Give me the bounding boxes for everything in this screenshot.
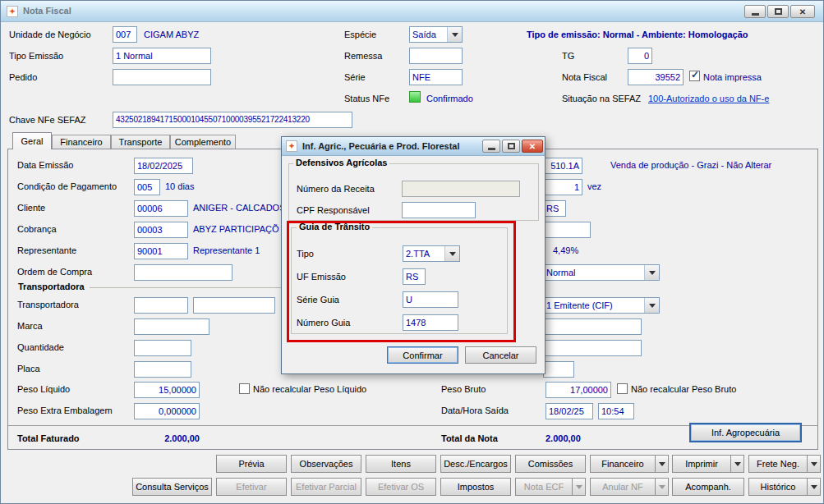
especie-select[interactable]: Saída: [409, 26, 463, 43]
tipo-emissao-field[interactable]: 1 Normal: [113, 48, 211, 64]
sefaz-link[interactable]: 100-Autorizado o uso da NF-e: [648, 94, 769, 103]
right-empty-field-3[interactable]: [543, 340, 642, 356]
nota-fiscal-field[interactable]: 39552: [628, 69, 684, 85]
frete-conta-select[interactable]: 1 Emitente (CIF): [543, 297, 660, 314]
impostos-button[interactable]: Impostos: [440, 478, 511, 496]
chevron-down-icon[interactable]: [730, 455, 744, 473]
acompanh-button[interactable]: Acompanh.: [672, 478, 744, 496]
itens-button[interactable]: Itens: [366, 455, 436, 473]
peso-extra-field[interactable]: 0,000000: [134, 403, 200, 419]
tab-geral[interactable]: Geral: [12, 132, 52, 149]
financeiro-button[interactable]: Financeiro: [590, 455, 656, 473]
anular-nf-button[interactable]: Anular NF: [590, 478, 656, 496]
total-nota-label: Total da Nota: [441, 433, 498, 443]
chevron-down-icon[interactable]: [655, 455, 669, 473]
chevron-down-icon[interactable]: [572, 478, 586, 496]
maximize-button[interactable]: [767, 5, 789, 18]
guia-uf-field[interactable]: RS: [403, 268, 426, 285]
condicao-pagamento-label: Condição de Pagamento: [17, 181, 117, 191]
close-button[interactable]: ✕: [790, 5, 815, 18]
ordem-compra-field[interactable]: [134, 264, 232, 281]
pedido-label: Pedido: [9, 72, 37, 82]
total-faturado-label: Total Faturado: [17, 433, 80, 443]
transportadora-desc-field[interactable]: [193, 297, 275, 314]
tab-financeiro[interactable]: Financeiro: [52, 135, 111, 149]
cpf-responsavel-label: CPF Responsável: [297, 205, 370, 215]
chevron-down-icon[interactable]: [444, 246, 459, 261]
dialog-minimize-button[interactable]: [482, 140, 500, 153]
efetivar-parcial-button[interactable]: Efetivar Parcial: [291, 478, 361, 496]
hora-saida-field[interactable]: 10:54: [598, 403, 634, 419]
peso-liquido-field[interactable]: 15,00000: [134, 382, 200, 398]
guia-tipo-select[interactable]: 2.TTA: [403, 245, 460, 262]
uf-field[interactable]: RS: [543, 200, 566, 217]
app-icon: ✦: [7, 6, 18, 17]
dialog-title-bar[interactable]: ✦ Inf. Agric., Pecuária e Prod. Floresta…: [282, 137, 545, 156]
cpf-responsavel-field[interactable]: [402, 202, 476, 218]
efetivar-button[interactable]: Efetivar: [216, 478, 287, 496]
cancelar-button[interactable]: Cancelar: [465, 346, 536, 364]
nota-ecf-button[interactable]: Nota ECF: [515, 478, 573, 496]
nao-recalcular-peso-liquido-checkbox[interactable]: [239, 383, 250, 394]
comissoes-button[interactable]: Comissões: [515, 455, 586, 473]
nota-ecf-split-button: Nota ECF: [515, 478, 586, 496]
chevron-down-icon[interactable]: [644, 265, 659, 280]
remessa-field[interactable]: [409, 48, 463, 64]
guia-serie-field[interactable]: U: [403, 291, 458, 308]
transportadora-code-field[interactable]: [134, 297, 188, 314]
right-empty-field-1[interactable]: [543, 222, 591, 238]
chave-nfe-field[interactable]: 4325021894171500010455071000039552172241…: [113, 112, 352, 128]
data-saida-field[interactable]: 18/02/25: [545, 403, 593, 419]
numero-receita-field[interactable]: [402, 181, 520, 197]
dialog-maximize-button[interactable]: [502, 140, 520, 153]
cliente-desc: ANIGER - CALCADOS: [193, 203, 285, 213]
anular-nf-split-button: Anular NF: [590, 478, 669, 496]
right-empty-field-2[interactable]: [543, 318, 642, 335]
close-icon: ✕: [799, 7, 806, 16]
chevron-down-icon[interactable]: [644, 298, 659, 313]
representante-label: Representante: [17, 245, 76, 255]
guia-numero-field[interactable]: 1478: [403, 314, 458, 331]
cliente-field[interactable]: 00006: [134, 200, 188, 217]
remessa-label: Remessa: [344, 51, 382, 61]
chevron-down-icon[interactable]: [807, 455, 821, 473]
previa-button[interactable]: Prévia: [216, 455, 287, 473]
serie-field[interactable]: NFE: [409, 69, 463, 85]
chevron-down-icon[interactable]: [807, 478, 821, 496]
peso-bruto-field[interactable]: 17,00000: [545, 382, 611, 398]
historico-button[interactable]: Histórico: [748, 478, 808, 496]
inf-agropecuaria-button[interactable]: Inf. Agropecuária: [689, 423, 802, 442]
imprimir-button[interactable]: Imprimir: [672, 455, 731, 473]
chevron-down-icon[interactable]: [447, 27, 462, 42]
frete-tipo-select[interactable]: Normal: [543, 264, 660, 281]
minimize-button[interactable]: [744, 5, 766, 18]
tab-transporte[interactable]: Transporte: [111, 135, 170, 149]
marca-field[interactable]: [134, 318, 209, 335]
frete-conta-value: 1 Emitente (CIF): [544, 298, 644, 313]
tg-field[interactable]: 0: [628, 48, 652, 64]
pedido-field[interactable]: [113, 69, 211, 85]
uf-placa-field[interactable]: [543, 361, 574, 378]
emissao-banner: Tipo de emissão: Normal - Ambiente: Homo…: [527, 30, 748, 39]
unidade-negocio-field[interactable]: 007: [113, 26, 137, 43]
efetivar-os-button[interactable]: Efetivar OS: [366, 478, 436, 496]
data-emissao-field[interactable]: 18/02/2025: [134, 158, 193, 174]
cobranca-field[interactable]: 00003: [134, 222, 188, 238]
confirmar-button[interactable]: Confirmar: [387, 346, 458, 364]
nota-impressa-checkbox[interactable]: [689, 71, 700, 81]
guia-tipo-label: Tipo: [297, 249, 314, 259]
quantidade-field[interactable]: [134, 340, 191, 356]
title-bar[interactable]: ✦ Nota Fiscal ✕: [1, 1, 823, 22]
observacoes-button[interactable]: Observações: [291, 455, 361, 473]
frete-neg-button[interactable]: Frete Neg.: [748, 455, 808, 473]
condicao-pagamento-field[interactable]: 005: [134, 179, 160, 195]
placa-field[interactable]: [134, 361, 191, 378]
consulta-servicos-button[interactable]: Consulta Serviços: [132, 478, 212, 496]
nao-recalcular-peso-bruto-checkbox[interactable]: [617, 383, 628, 394]
dialog-close-button[interactable]: ✕: [522, 140, 543, 153]
desc-encargos-button[interactable]: Desc./Encargos: [440, 455, 511, 473]
chave-nfe-label: Chave NFe SEFAZ: [9, 115, 86, 125]
representante-field[interactable]: 90001: [134, 243, 188, 259]
tab-complemento[interactable]: Complemento: [170, 135, 236, 149]
chevron-down-icon[interactable]: [655, 478, 669, 496]
